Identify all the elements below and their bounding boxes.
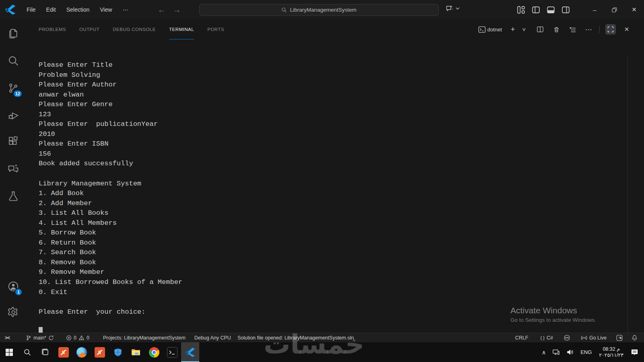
toggle-secondary-sidebar-icon[interactable] — [561, 6, 570, 14]
csharp-devkit-icon — [616, 335, 623, 341]
terminal-profile-label: dotnet — [487, 27, 502, 33]
testing-icon[interactable] — [0, 186, 27, 207]
taskbar-search-button[interactable] — [18, 342, 36, 362]
projects-item[interactable]: Projects: LibraryManagementSystem — [100, 333, 189, 342]
windows-start-icon — [5, 348, 13, 356]
network-tray-item[interactable] — [549, 342, 563, 362]
git-branch-item[interactable]: main* — [23, 333, 57, 342]
menu-file[interactable]: File — [21, 0, 41, 19]
activate-windows-line1: Activate Windows — [510, 306, 596, 315]
sync-icon — [48, 335, 54, 341]
activity-bar: 12 1 — [0, 19, 27, 333]
taskbar-cmd-button[interactable] — [163, 342, 181, 362]
close-window-button[interactable]: ✕ — [624, 0, 644, 19]
bell-icon — [632, 335, 638, 341]
braces-icon: { } — [541, 335, 545, 340]
copilot-status-item[interactable] — [560, 333, 574, 342]
action-center-icon — [631, 349, 638, 356]
menu-more-icon[interactable]: ⋯ — [117, 0, 133, 19]
windows-security-icon — [113, 348, 123, 357]
language-indicator[interactable]: ENG — [577, 342, 595, 362]
language-mode-item[interactable]: { } C# — [537, 333, 556, 342]
clear-all-icon[interactable] — [567, 24, 578, 35]
taskbar-firefox-button[interactable] — [72, 342, 91, 362]
taskbar-defender-button[interactable] — [109, 342, 127, 362]
search-icon — [281, 7, 287, 13]
orange-app-icon — [58, 347, 69, 358]
extensions-icon[interactable] — [0, 131, 27, 152]
notifications-bell-item[interactable] — [628, 333, 641, 342]
firefox-icon — [76, 347, 87, 358]
taskbar-chrome-button[interactable] — [145, 342, 163, 362]
error-icon — [66, 335, 72, 341]
taskbar-vscode-button[interactable] — [181, 342, 199, 362]
minimize-button[interactable]: – — [585, 0, 605, 19]
settings-gear-icon[interactable] — [0, 302, 27, 323]
tray-chevron-icon[interactable]: ∧ — [539, 342, 549, 362]
search-value: LibraryManagementSystem — [290, 7, 356, 13]
solution-item[interactable]: Solution file opened: LibraryManagementS… — [234, 333, 357, 342]
warning-icon — [78, 335, 85, 341]
terminal-toolbar: dotnet + ˅ ⋯ — [478, 19, 632, 39]
command-center-search[interactable]: LibraryManagementSystem — [199, 4, 439, 16]
source-control-icon[interactable]: 12 — [0, 78, 27, 99]
menu-view[interactable]: View — [95, 0, 117, 19]
vscode-logo-icon — [5, 4, 16, 15]
close-panel-icon[interactable]: ✕ — [621, 24, 632, 35]
customize-layout-icon[interactable] — [517, 6, 525, 14]
task-view-button[interactable] — [36, 342, 54, 362]
maximize-panel-icon[interactable] — [605, 24, 616, 35]
terminal-scrollbar[interactable] — [627, 56, 628, 333]
activate-windows-line2: Go to Settings to activate Windows. — [510, 317, 596, 323]
menu-selection[interactable]: Selection — [61, 0, 95, 19]
go-live-item[interactable]: Go Live — [578, 333, 610, 342]
task-view-icon — [41, 348, 50, 356]
split-terminal-icon[interactable] — [535, 24, 545, 35]
kill-terminal-icon[interactable] — [551, 24, 561, 35]
taskbar-vscode-icon — [186, 348, 195, 357]
terminal-profile[interactable]: dotnet — [478, 26, 502, 33]
remote-indicator[interactable]: >< — [0, 333, 14, 342]
eol-indicator[interactable]: CRLF — [512, 333, 532, 342]
source-control-badge: 12 — [13, 90, 23, 98]
restore-button[interactable] — [605, 0, 624, 19]
accounts-icon[interactable]: 1 — [0, 276, 27, 297]
forward-arrow-icon[interactable]: → — [173, 5, 181, 14]
solution-label: Solution file opened: LibraryManagementS… — [237, 335, 354, 341]
speaker-icon — [566, 349, 574, 356]
taskbar-app-orange-2[interactable] — [91, 342, 109, 362]
tab-debug-console[interactable]: DEBUG CONSOLE — [113, 19, 156, 39]
broadcast-icon — [581, 335, 587, 341]
toggle-panel-icon[interactable] — [547, 6, 555, 14]
menu-edit[interactable]: Edit — [41, 0, 61, 19]
build-config-item[interactable]: Debug Any CPU — [191, 333, 234, 342]
title-bar: File Edit Selection View ⋯ ← → LibraryMa… — [0, 0, 644, 19]
chat-icon[interactable] — [0, 158, 27, 179]
csharp-devkit-item[interactable] — [613, 333, 626, 342]
run-debug-icon[interactable] — [0, 105, 27, 126]
toggle-primary-sidebar-icon[interactable] — [532, 6, 540, 14]
new-terminal-icon[interactable]: + — [508, 24, 518, 35]
volume-tray-item[interactable] — [563, 342, 577, 362]
more-actions-icon[interactable]: ⋯ — [583, 24, 594, 35]
tab-output[interactable]: OUTPUT — [79, 19, 99, 39]
search-sidebar-icon[interactable] — [0, 50, 27, 71]
tab-problems[interactable]: PROBLEMS — [39, 19, 66, 39]
copilot-chat-button[interactable] — [445, 4, 460, 13]
terminal-panel: PROBLEMS OUTPUT DEBUG CONSOLE TERMINAL P… — [27, 19, 644, 333]
start-button[interactable] — [0, 342, 18, 362]
terminal-output[interactable]: Please Enter Title Problem Solving Pleas… — [39, 60, 182, 317]
explorer-icon[interactable] — [0, 23, 27, 44]
activate-windows-watermark: Activate Windows Go to Settings to activ… — [510, 306, 596, 323]
action-center-button[interactable] — [627, 342, 644, 362]
tab-ports[interactable]: PORTS — [207, 19, 224, 39]
panel-tab-bar: PROBLEMS OUTPUT DEBUG CONSOLE TERMINAL P… — [27, 19, 237, 39]
terminal-launch-chevron-icon[interactable]: ˅ — [519, 24, 529, 35]
taskbar-explorer-button[interactable] — [127, 342, 145, 362]
tab-terminal[interactable]: TERMINAL — [169, 19, 194, 39]
network-icon — [552, 349, 560, 356]
tray-clock[interactable]: 08:32 م ٢٠٢٥/١١/٢٣ — [595, 346, 627, 358]
taskbar-app-orange-1[interactable] — [54, 342, 72, 362]
back-arrow-icon[interactable]: ← — [157, 5, 165, 14]
problems-item[interactable]: 0 0 — [63, 333, 93, 342]
